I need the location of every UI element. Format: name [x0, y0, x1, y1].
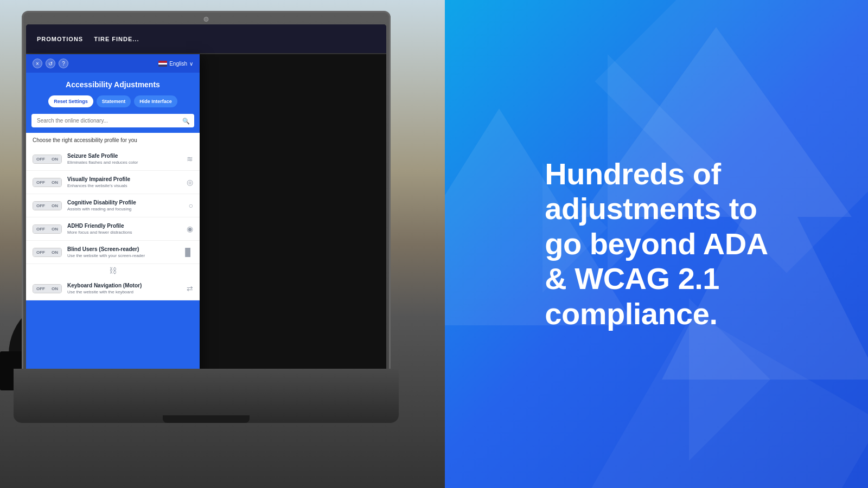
nav-tire: TIRE FINDE... — [94, 36, 139, 42]
toggle-on[interactable]: ON — [48, 178, 61, 187]
toggle-visually-impaired[interactable]: OFF ON — [33, 178, 62, 187]
list-item: OFF ON ADHD Friendly Profile More focus … — [26, 217, 200, 241]
profile-info-blind: Blind Users (Screen-reader) Use the webs… — [67, 246, 177, 258]
nav-promotions: PROMOTIONS — [37, 36, 83, 42]
language-label: English — [169, 61, 187, 67]
toggle-off[interactable]: OFF — [33, 248, 48, 256]
profile-name: Visually Impaired Profile — [67, 176, 181, 182]
chain-link-area: ⛓ — [26, 264, 200, 277]
reset-settings-button[interactable]: Reset Settings — [48, 95, 93, 107]
profile-info-cognitive: Cognitive Disability Profile Assists wit… — [67, 200, 183, 211]
profile-desc: More focus and fewer distractions — [67, 230, 181, 235]
language-selector[interactable]: English ∨ — [158, 61, 193, 67]
tagline-line-2: adjustments to — [545, 191, 768, 226]
help-icon[interactable]: ? — [59, 59, 68, 68]
laptop-trackpad — [163, 415, 250, 423]
profile-desc: Use the website with your screen-reader — [67, 253, 177, 258]
toggle-on[interactable]: ON — [48, 248, 61, 256]
toggle-on[interactable]: ON — [48, 202, 61, 210]
toggle-off[interactable]: OFF — [33, 225, 48, 233]
toggle-keyboard[interactable]: OFF ON — [33, 284, 62, 293]
tagline-line-4: & WCAG 2.1 — [545, 261, 768, 296]
website-navbar: PROMOTIONS TIRE FINDE... — [26, 24, 386, 54]
dictionary-search-input[interactable] — [31, 114, 194, 127]
profile-name: Cognitive Disability Profile — [67, 200, 183, 206]
panel-header-icons: × ↺ ? — [33, 59, 68, 68]
toggle-off[interactable]: OFF — [33, 178, 48, 187]
toggle-on[interactable]: ON — [48, 225, 61, 233]
panel-header: × ↺ ? English ∨ — [26, 54, 200, 73]
laptop-base — [14, 369, 399, 423]
toggle-off[interactable]: OFF — [33, 202, 48, 210]
profile-info-keyboard: Keyboard Navigation (Motor) Use the webs… — [67, 282, 181, 294]
hide-interface-button[interactable]: Hide Interface — [134, 95, 177, 107]
laptop-camera — [204, 17, 209, 22]
toggle-cognitive[interactable]: OFF ON — [33, 201, 62, 210]
panel-title: Accessibility Adjustments — [26, 73, 200, 95]
flag-icon — [158, 61, 167, 67]
chain-link-icon: ⛓ — [109, 266, 117, 275]
profile-name: Blind Users (Screen-reader) — [67, 246, 177, 252]
profile-info-adhd: ADHD Friendly Profile More focus and few… — [67, 223, 181, 235]
chevron-down-icon: ∨ — [189, 61, 193, 67]
list-item: OFF ON Cognitive Disability Profile Assi… — [26, 194, 200, 217]
search-icon: 🔍 — [182, 117, 190, 124]
list-item: OFF ON Visually Impaired Profile Enhance… — [26, 171, 200, 194]
tagline-line-3: go beyond ADA — [545, 227, 768, 261]
profile-desc: Use the website with the keyboard — [67, 290, 181, 294]
profile-info-seizure: Seizure Safe Profile Eliminates flashes … — [67, 153, 181, 165]
toggle-adhd[interactable]: OFF ON — [33, 224, 62, 234]
left-section: PROMOTIONS TIRE FINDE... × ↺ ? — [0, 0, 445, 488]
profile-section-label: Choose the right accessibility profile f… — [26, 133, 200, 147]
profile-info-visually: Visually Impaired Profile Enhances the w… — [67, 176, 181, 188]
right-section: Hundreds of adjustments to go beyond ADA… — [445, 0, 868, 488]
list-item: OFF ON Keyboard Navigation (Motor) Use t… — [26, 277, 200, 300]
tagline: Hundreds of adjustments to go beyond ADA… — [545, 157, 768, 331]
list-item: OFF ON Blind Users (Screen-reader) Use t… — [26, 241, 200, 264]
toggle-on[interactable]: ON — [48, 285, 61, 293]
adhd-icon: ◉ — [187, 224, 193, 233]
toggle-off[interactable]: OFF — [33, 285, 48, 293]
profile-desc: Eliminates flashes and reduces color — [67, 160, 181, 165]
visually-impaired-icon: ◎ — [187, 178, 193, 187]
panel-action-buttons: Reset Settings Statement Hide Interface — [26, 95, 200, 114]
profile-name: Seizure Safe Profile — [67, 153, 181, 159]
statement-button[interactable]: Statement — [97, 95, 131, 107]
toggle-seizure-safe[interactable]: OFF ON — [33, 155, 62, 164]
accessibility-panel: × ↺ ? English ∨ Accessibility Adjustment… — [26, 54, 200, 386]
keyboard-icon: ⇄ — [187, 284, 193, 293]
back-icon[interactable]: ↺ — [46, 59, 55, 68]
toggle-on[interactable]: ON — [48, 155, 61, 163]
profile-desc: Assists with reading and focusing — [67, 207, 183, 211]
list-item: OFF ON Seizure Safe Profile Eliminates f… — [26, 147, 200, 171]
close-icon[interactable]: × — [33, 59, 42, 68]
panel-search-container: 🔍 — [31, 114, 194, 127]
seizure-icon: ≋ — [187, 155, 193, 163]
tagline-line-5: compliance. — [545, 297, 768, 331]
profile-desc: Enhances the website's visuals — [67, 183, 181, 188]
toggle-off[interactable]: OFF — [33, 155, 48, 163]
tagline-line-1: Hundreds of — [545, 157, 768, 191]
profile-name: Keyboard Navigation (Motor) — [67, 282, 181, 288]
cognitive-icon: ○ — [189, 201, 193, 210]
blind-icon: ▐▌ — [182, 248, 193, 256]
toggle-blind[interactable]: OFF ON — [33, 248, 62, 257]
profile-name: ADHD Friendly Profile — [67, 223, 181, 229]
profile-list: OFF ON Seizure Safe Profile Eliminates f… — [26, 147, 200, 300]
